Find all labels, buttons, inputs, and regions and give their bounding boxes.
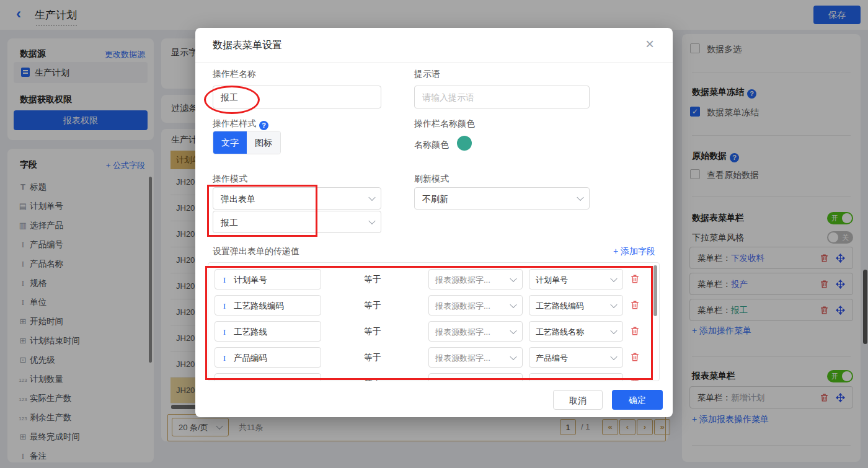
operator-label: 等于	[354, 347, 391, 368]
transfer-row: I产品编码 等于 报表源数据字... 产品编号	[208, 347, 649, 368]
chevron-down-icon	[510, 275, 516, 281]
action-mode-sub-select[interactable]: 报工	[213, 211, 381, 233]
target-value: 工艺路线名称	[536, 327, 584, 337]
chevron-down-icon	[510, 353, 516, 360]
help-icon[interactable]: ?	[259, 121, 268, 130]
target-select[interactable]: 产品编号	[529, 347, 623, 368]
source-select[interactable]: 报表源数据字...	[428, 347, 523, 368]
field-name-value: 计划单号	[234, 275, 267, 285]
trash-icon[interactable]	[630, 352, 640, 362]
action-name-label: 操作栏名称	[213, 69, 256, 80]
operator-label: 等于	[354, 373, 391, 381]
field-name-value: 工艺路线编码	[234, 301, 284, 311]
text-icon: I	[215, 374, 234, 381]
chevron-down-icon	[510, 301, 516, 307]
target-value: 产品编号	[536, 353, 568, 363]
operator-label: 等于	[354, 295, 391, 316]
source-value: 报表源数据字...	[435, 301, 490, 311]
refresh-mode-value: 不刷新	[422, 194, 448, 204]
source-select[interactable]	[428, 373, 523, 381]
transfer-row: I工艺路线编码 等于 报表源数据字... 工艺路线编码	[208, 295, 649, 316]
chevron-down-icon	[610, 275, 617, 281]
action-mode-value: 弹出表单	[221, 194, 255, 204]
chevron-down-icon	[610, 327, 617, 333]
chevron-down-icon	[510, 327, 516, 333]
table-menu-settings-modal: 数据表菜单设置 × 操作栏名称 报工 提示语 请输入提示语 操作栏样式? 文字 …	[195, 28, 673, 417]
source-select[interactable]: 报表源数据字...	[428, 295, 523, 316]
transfer-values-label: 设置弹出表单的传递值	[213, 246, 299, 257]
field-name-input[interactable]: I	[215, 373, 321, 381]
tab-icon-style[interactable]: 图标	[247, 131, 280, 154]
list-scrollbar[interactable]	[653, 265, 657, 316]
target-select[interactable]: 工艺路线编码	[529, 295, 623, 316]
action-mode-select[interactable]: 弹出表单	[213, 187, 381, 210]
target-select[interactable]	[529, 373, 623, 381]
name-color-label: 操作栏名称颜色	[414, 118, 475, 130]
trash-icon[interactable]	[630, 378, 640, 381]
close-icon[interactable]: ×	[645, 35, 654, 53]
color-name-label: 名称颜色	[414, 139, 449, 151]
source-value: 报表源数据字...	[435, 353, 490, 363]
field-name-value: 工艺路线	[234, 327, 267, 337]
source-select[interactable]: 报表源数据字...	[428, 321, 523, 342]
text-icon: I	[215, 270, 234, 290]
text-icon: I	[215, 348, 234, 368]
trash-icon[interactable]	[630, 300, 640, 310]
chevron-down-icon	[510, 379, 516, 381]
target-value: 计划单号	[536, 275, 568, 285]
chevron-down-icon	[368, 194, 375, 201]
color-swatch[interactable]	[457, 136, 472, 151]
text-icon: I	[215, 296, 234, 316]
source-value: 报表源数据字...	[435, 275, 490, 285]
tip-input[interactable]: 请输入提示语	[414, 86, 590, 108]
trash-icon[interactable]	[630, 274, 640, 284]
field-name-input[interactable]: I产品编码	[215, 347, 321, 368]
tip-label: 提示语	[414, 69, 440, 80]
text-icon: I	[215, 322, 234, 342]
source-value: 报表源数据字...	[435, 327, 490, 337]
refresh-mode-select[interactable]: 不刷新	[414, 187, 590, 210]
add-field-link[interactable]: + 添加字段	[613, 246, 655, 257]
chevron-down-icon	[610, 301, 617, 307]
action-mode-label: 操作模式	[213, 174, 247, 185]
divider	[195, 62, 673, 63]
action-mode-sub-value: 报工	[221, 218, 238, 227]
action-style-text: 操作栏样式	[213, 118, 256, 128]
source-select[interactable]: 报表源数据字...	[428, 269, 523, 289]
target-select[interactable]: 计划单号	[529, 269, 623, 289]
modal-title: 数据表菜单设置	[213, 39, 282, 52]
transfer-values-list: I计划单号 等于 报表源数据字... 计划单号 I工艺路线编码 等于 报表源数据…	[208, 262, 660, 381]
field-name-value: 产品编码	[234, 353, 267, 363]
action-name-input[interactable]: 报工	[213, 86, 381, 108]
trash-icon[interactable]	[630, 326, 640, 336]
field-name-input[interactable]: I计划单号	[215, 269, 321, 289]
chevron-down-icon	[368, 218, 375, 224]
refresh-mode-label: 刷新模式	[414, 174, 449, 185]
transfer-row: I计划单号 等于 报表源数据字... 计划单号	[208, 269, 649, 290]
chevron-down-icon	[577, 194, 583, 201]
cancel-button[interactable]: 取消	[553, 390, 603, 410]
target-select[interactable]: 工艺路线名称	[529, 321, 623, 342]
operator-label: 等于	[354, 321, 391, 342]
tab-text-style[interactable]: 文字	[213, 131, 247, 154]
chevron-down-icon	[610, 353, 617, 360]
action-style-label: 操作栏样式?	[213, 118, 268, 130]
field-name-input[interactable]: I工艺路线	[215, 321, 321, 342]
app-screen: ‹ 生产计划 保存 数据源 更改数据源 生产计划 数据获取权限 报表权限 字段 …	[0, 0, 868, 468]
operator-label: 等于	[354, 269, 391, 289]
action-style-tabs: 文字 图标	[213, 131, 281, 154]
field-name-input[interactable]: I工艺路线编码	[215, 295, 321, 316]
confirm-button[interactable]: 确定	[612, 390, 663, 410]
target-value: 工艺路线编码	[536, 301, 584, 311]
chevron-down-icon	[610, 379, 617, 381]
transfer-row: I 等于	[208, 373, 649, 381]
transfer-row: I工艺路线 等于 报表源数据字... 工艺路线名称	[208, 321, 649, 342]
